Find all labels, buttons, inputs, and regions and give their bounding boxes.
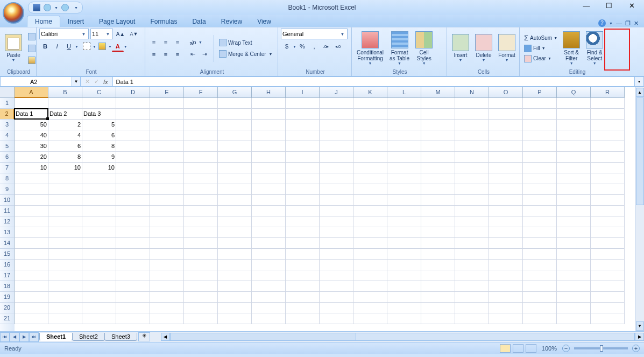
cell[interactable] (15, 184, 48, 195)
cell[interactable] (489, 184, 523, 195)
cell[interactable] (387, 260, 421, 270)
horizontal-scrollbar[interactable]: ◀ ▶ (161, 333, 644, 341)
cell[interactable] (286, 184, 320, 195)
cell[interactable] (455, 238, 489, 249)
qat-dropdown[interactable]: ▼ (74, 6, 78, 10)
help-dropdown[interactable]: ▼ (609, 22, 613, 25)
cell[interactable] (353, 303, 387, 313)
cell[interactable] (455, 173, 489, 184)
cell[interactable] (387, 152, 421, 163)
cell-styles-button[interactable]: Cell Styles▼ (413, 30, 435, 67)
cell[interactable] (387, 130, 421, 141)
cell[interactable] (455, 292, 489, 303)
cells-area[interactable]: Data 1Data 2Data 35025404630682089101010 (15, 98, 635, 331)
cell[interactable] (82, 238, 116, 249)
cell[interactable] (557, 227, 591, 238)
row-header[interactable]: 1 (0, 98, 15, 109)
cell[interactable] (557, 152, 591, 163)
cell[interactable] (353, 270, 387, 281)
cell[interactable] (523, 292, 557, 303)
cell[interactable] (150, 249, 184, 260)
cell[interactable] (353, 184, 387, 195)
cell[interactable] (320, 109, 353, 120)
cell[interactable] (387, 303, 421, 313)
tab-home[interactable]: Home (27, 16, 60, 27)
cell[interactable] (116, 216, 150, 227)
fill-color-button[interactable] (96, 41, 108, 52)
cell[interactable] (116, 249, 150, 260)
cell[interactable] (184, 141, 218, 152)
cell[interactable] (48, 206, 82, 216)
cell[interactable] (320, 270, 353, 281)
row-header[interactable]: 5 (0, 141, 15, 152)
cell[interactable] (523, 98, 557, 109)
cell[interactable] (184, 152, 218, 163)
cell[interactable] (353, 227, 387, 238)
cell[interactable] (353, 292, 387, 303)
cell[interactable] (320, 141, 353, 152)
cell[interactable] (320, 303, 353, 313)
cell[interactable] (184, 260, 218, 270)
cell[interactable] (591, 130, 625, 141)
cell[interactable] (591, 249, 625, 260)
cell[interactable] (286, 195, 320, 206)
cell[interactable] (489, 206, 523, 216)
cell[interactable] (116, 313, 150, 324)
column-header[interactable]: O (489, 87, 523, 98)
cell[interactable] (82, 206, 116, 216)
increase-decimal-button[interactable]: .0▸ (320, 41, 332, 52)
cell[interactable] (455, 313, 489, 324)
cell[interactable] (48, 98, 82, 109)
row-header[interactable]: 17 (0, 270, 15, 281)
cell[interactable] (116, 109, 150, 120)
cell[interactable] (48, 270, 82, 281)
cell[interactable] (523, 206, 557, 216)
cell[interactable] (421, 109, 455, 120)
cell[interactable] (116, 141, 150, 152)
cell[interactable] (523, 195, 557, 206)
cell[interactable] (421, 120, 455, 130)
cell[interactable] (116, 98, 150, 109)
cell[interactable]: Data 2 (48, 109, 82, 120)
cell[interactable] (116, 260, 150, 270)
cell[interactable] (591, 216, 625, 227)
sheet-prev-button[interactable]: ◀ (10, 332, 19, 342)
cell[interactable] (421, 260, 455, 270)
column-header[interactable]: B (48, 87, 82, 98)
mdi-close-icon[interactable]: ✕ (634, 20, 639, 27)
cell[interactable] (591, 313, 625, 324)
cell[interactable] (286, 98, 320, 109)
cell[interactable] (286, 130, 320, 141)
cell[interactable] (184, 163, 218, 173)
cell[interactable] (557, 173, 591, 184)
zoom-out-button[interactable]: − (562, 345, 570, 352)
cell[interactable] (591, 238, 625, 249)
cell[interactable] (252, 163, 286, 173)
cell[interactable] (523, 184, 557, 195)
cell[interactable] (353, 249, 387, 260)
scroll-left-button[interactable]: ◀ (161, 333, 170, 341)
cell[interactable] (116, 184, 150, 195)
cell[interactable] (320, 313, 353, 324)
cell[interactable] (48, 173, 82, 184)
cell[interactable] (48, 227, 82, 238)
name-box-dropdown[interactable]: ▼ (72, 77, 80, 86)
cell[interactable] (489, 281, 523, 292)
cell[interactable]: 4 (48, 130, 82, 141)
page-layout-view-button[interactable] (513, 344, 523, 353)
number-format-combo[interactable]: General▼ (281, 29, 348, 39)
cell[interactable] (286, 313, 320, 324)
cell[interactable] (184, 281, 218, 292)
undo-dropdown[interactable]: ▼ (54, 6, 58, 10)
cell[interactable] (82, 313, 116, 324)
increase-indent-button[interactable]: ⇥ (199, 49, 210, 60)
font-size-combo[interactable]: 11▼ (90, 29, 113, 39)
column-header[interactable]: Q (557, 87, 591, 98)
column-header[interactable]: F (184, 87, 218, 98)
cell[interactable] (421, 249, 455, 260)
enter-formula-icon[interactable]: ✓ (94, 78, 99, 85)
cell[interactable] (320, 173, 353, 184)
row-header[interactable]: 8 (0, 173, 15, 184)
cell[interactable] (184, 270, 218, 281)
cell[interactable] (591, 109, 625, 120)
